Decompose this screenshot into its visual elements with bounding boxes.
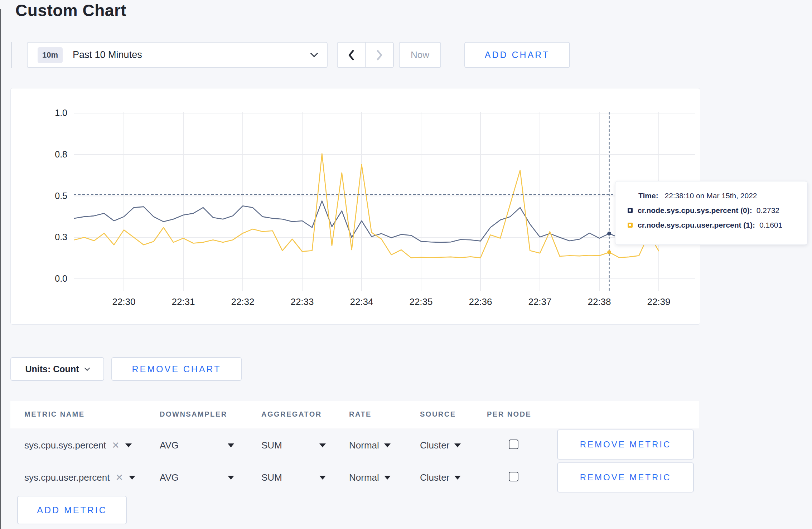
table-row-metric-name[interactable]: sys.cpu.user.percent ✕: [24, 471, 135, 484]
svg-text:22:32: 22:32: [231, 296, 254, 307]
dropdown-caret-icon: [384, 443, 391, 447]
user-series-swatch-icon: [628, 223, 633, 228]
source-value: Cluster: [420, 440, 449, 451]
tooltip-series-label: cr.node.sys.cpu.sys.percent (0):: [638, 206, 752, 215]
svg-text:22:35: 22:35: [409, 296, 432, 307]
sys-series-swatch-icon: [628, 208, 633, 213]
svg-text:0.5: 0.5: [55, 191, 67, 201]
dropdown-caret-icon: [228, 476, 234, 480]
aggregator-select[interactable]: SUM: [261, 471, 326, 484]
aggregator-select[interactable]: SUM: [261, 439, 326, 452]
chevron-right-icon: [375, 49, 384, 62]
rate-select[interactable]: Normal: [349, 471, 391, 484]
col-header-aggregator: AGGREGATOR: [261, 410, 322, 418]
units-select[interactable]: Units: Count: [10, 357, 104, 381]
remove-metric-button[interactable]: REMOVE METRIC: [557, 462, 694, 492]
col-header-downsampler: DOWNSAMPLER: [160, 410, 227, 418]
downsampler-value: AVG: [160, 440, 179, 451]
metric-name-value: sys.cpu.sys.percent: [24, 440, 106, 451]
tooltip-time-label: Time:: [638, 191, 658, 200]
svg-text:22:34: 22:34: [350, 296, 373, 307]
dropdown-caret-icon: [319, 443, 326, 447]
svg-text:1.0: 1.0: [55, 108, 67, 118]
page-title: Custom Chart: [15, 1, 126, 20]
clear-metric-icon[interactable]: ✕: [115, 472, 123, 483]
svg-text:0.8: 0.8: [55, 149, 67, 159]
dropdown-caret-icon: [454, 476, 461, 480]
col-header-metric-name: METRIC NAME: [24, 410, 85, 418]
chart-card: 0.00.30.50.81.022:3022:3122:3222:3322:34…: [10, 88, 700, 325]
svg-text:22:33: 22:33: [290, 296, 314, 307]
source-select[interactable]: Cluster: [420, 471, 461, 484]
source-value: Cluster: [420, 472, 449, 483]
tooltip-series-value: 0.1601: [759, 221, 782, 229]
dropdown-caret-icon: [454, 443, 461, 447]
col-header-source: SOURCE: [420, 410, 456, 418]
aggregator-value: SUM: [261, 440, 282, 451]
add-metric-button[interactable]: ADD METRIC: [17, 496, 127, 524]
svg-text:22:39: 22:39: [647, 296, 670, 307]
table-row-metric-name[interactable]: sys.cpu.sys.percent ✕: [24, 439, 132, 452]
col-header-rate: RATE: [349, 410, 372, 418]
metric-name-value: sys.cpu.user.percent: [24, 472, 110, 483]
tooltip-time-row: Time: 22:38:10 on Mar 15th, 2022: [638, 191, 807, 200]
units-label: Units: Count: [25, 364, 79, 374]
chart-plot[interactable]: 0.00.30.50.81.022:3022:3122:3222:3322:34…: [11, 88, 701, 325]
rate-value: Normal: [349, 472, 379, 483]
svg-text:0.0: 0.0: [55, 273, 67, 283]
dropdown-caret-icon: [228, 443, 234, 447]
custom-chart-page: Custom Chart 10m Past 10 Minutes Now ADD…: [0, 0, 812, 529]
svg-text:22:36: 22:36: [469, 296, 492, 307]
metric-dropdown-caret-icon[interactable]: [129, 476, 135, 480]
clear-metric-icon[interactable]: ✕: [112, 440, 120, 451]
window-left-edge: [0, 9, 1, 529]
metric-dropdown-caret-icon[interactable]: [125, 443, 132, 447]
source-select[interactable]: Cluster: [420, 439, 461, 452]
time-next-button[interactable]: [366, 43, 393, 67]
add-chart-button[interactable]: ADD CHART: [464, 42, 570, 68]
dropdown-caret-icon: [319, 476, 326, 480]
remove-metric-button[interactable]: REMOVE METRIC: [557, 429, 694, 460]
col-header-per-node: PER NODE: [487, 410, 531, 418]
chevron-down-icon: [84, 365, 90, 371]
time-prev-button[interactable]: [338, 43, 366, 67]
svg-text:0.3: 0.3: [55, 232, 67, 242]
tooltip-series-row: cr.node.sys.cpu.sys.percent (0): 0.2732: [628, 206, 807, 215]
rate-value: Normal: [349, 440, 379, 451]
aggregator-value: SUM: [261, 472, 282, 483]
dropdown-caret-icon: [384, 476, 391, 480]
rate-select[interactable]: Normal: [349, 439, 391, 452]
time-range-badge: 10m: [38, 47, 63, 63]
chart-tooltip: Time: 22:38:10 on Mar 15th, 2022 cr.node…: [615, 181, 808, 245]
chevron-left-icon: [347, 49, 356, 62]
downsampler-select[interactable]: AVG: [160, 471, 234, 484]
per-node-checkbox[interactable]: [509, 440, 518, 449]
downsampler-value: AVG: [160, 472, 179, 483]
chevron-down-icon: [310, 50, 318, 57]
svg-text:22:38: 22:38: [588, 296, 611, 307]
tooltip-series-label: cr.node.sys.cpu.user.percent (1):: [638, 221, 755, 229]
time-nav-group: [337, 42, 394, 68]
time-range-label: Past 10 Minutes: [73, 49, 142, 60]
tooltip-series-row: cr.node.sys.cpu.user.percent (1): 0.1601: [628, 221, 807, 229]
tooltip-time-value: 22:38:10 on Mar 15th, 2022: [664, 191, 757, 200]
svg-text:22:30: 22:30: [112, 296, 135, 307]
time-range-select[interactable]: 10m Past 10 Minutes: [27, 42, 328, 68]
svg-text:22:31: 22:31: [171, 296, 195, 307]
downsampler-select[interactable]: AVG: [160, 439, 234, 452]
now-button[interactable]: Now: [399, 42, 441, 68]
remove-chart-button[interactable]: REMOVE CHART: [111, 357, 242, 381]
svg-text:22:37: 22:37: [528, 296, 551, 307]
tooltip-series-value: 0.2732: [757, 206, 779, 215]
toolbar-divider: [11, 42, 12, 68]
per-node-checkbox[interactable]: [509, 472, 518, 481]
